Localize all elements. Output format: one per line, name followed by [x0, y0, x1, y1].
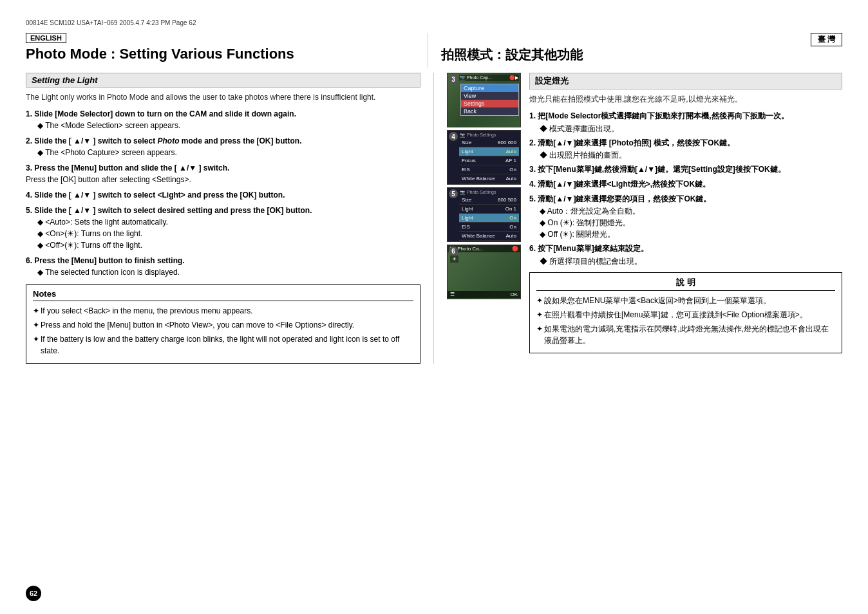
zh-step-1: 1. 把[Mode Selector模式選擇鍵向下扳動來打開本機,然後再向下扳動…	[529, 110, 842, 134]
notes-title-en: Notes	[33, 289, 413, 301]
zh-step-2: 2. 滑動[▲/▼]鍵來選擇 [Photo拍照] 模式，然後按下OK鍵。 出現照…	[529, 137, 842, 161]
note-zh-1: 說如果您在MENU菜單中選<Back返回>時會回到上一個菜單選項。	[536, 295, 835, 306]
screenshot-3: 3 📷 Photo Cap... 🔴▶ Capture	[447, 73, 521, 127]
zh-step-6: 6. 按下[Menu菜單]鍵來結束設定。 所選擇項目的標記會出現。	[529, 243, 842, 266]
section-header-zh: 設定燈光	[529, 73, 842, 89]
intro-text-zh: 燈光只能在拍照模式中使用,讓您在光線不足時,以燈光來補光。	[529, 93, 842, 105]
section-header-en: Setting the Light	[26, 73, 420, 88]
step-4: 4. Slide the [ ▲/▼ ] switch to select <L…	[26, 189, 420, 201]
right-column: 3 📷 Photo Cap... 🔴▶ Capture	[434, 73, 842, 364]
notes-title-zh: 說 明	[536, 277, 835, 291]
step-1: 1. Slide [Mode Selector] down to turn on…	[26, 108, 420, 131]
note-zh-3: 如果電池的電力減弱,充電指示在閃爍時,此時燈光無法操作,燈光的標記也不會出現在液…	[536, 323, 835, 346]
page-container: 00814E SCM102 USA+TAI~069 2005.4.7 4:23 …	[0, 0, 868, 614]
note-zh-2: 在照片觀看中持續按住[Menu菜單]鍵，您可直接跳到<File Option檔案…	[536, 309, 835, 321]
notes-box-en: Notes If you select <Back> in the menu, …	[26, 284, 420, 364]
steps-list-en: 1. Slide [Mode Selector] down to turn on…	[26, 108, 420, 278]
taiwan-badge: 臺 灣	[811, 33, 842, 46]
zh-steps-list: 1. 把[Mode Selector模式選擇鍵向下扳動來打開本機,然後再向下扳動…	[529, 110, 842, 266]
left-column: Setting the Light The Light only works i…	[26, 73, 434, 364]
zh-text-col: 設定燈光 燈光只能在拍照模式中使用,讓您在光線不足時,以燈光來補光。 1. 把[…	[529, 73, 842, 353]
notes-box-zh: 說 明 說如果您在MENU菜單中選<Back返回>時會回到上一個菜單選項。 在照…	[529, 272, 842, 353]
page-number: 62	[26, 586, 41, 601]
step-6: 6. Press the [Menu] button to finish set…	[26, 255, 420, 278]
note-en-3: If the battery is low and the battery ch…	[33, 333, 413, 357]
main-title-en: Photo Mode : Setting Various Functions	[26, 46, 428, 62]
intro-text-en: The Light only works in Photo Mode and a…	[26, 91, 420, 103]
zh-step-3: 3. 按下[Menu菜單]鍵,然後滑動[▲/▼]鍵。還完[Setting設定]後…	[529, 163, 842, 176]
screenshot-4: 4 📷 Photo Settings Size800 600 LightAuto…	[447, 130, 521, 185]
zh-step-5: 5. 滑動[▲/▼]鍵來選擇您要的項目，然後按下OK鍵。 Auto：燈光設定為全…	[529, 193, 842, 240]
step-2: 2. Slide the [ ▲/▼ ] switch to select Ph…	[26, 135, 420, 158]
screenshots-column: 3 📷 Photo Cap... 🔴▶ Capture	[447, 73, 524, 353]
file-info: 00814E SCM102 USA+TAI~069 2005.4.7 4:23 …	[26, 19, 842, 26]
english-badge: ENGLISH	[26, 33, 66, 43]
screenshot-5: 5 📷 Photo Settings Size800 500 LightOn 1…	[447, 187, 521, 242]
screenshot-6: 6 📷 Photo Ca... 🔴 ☀ ☰ OK	[447, 245, 521, 299]
main-title-zh: 拍照模式：設定其他功能	[441, 47, 843, 62]
note-en-1: If you select <Back> in the menu, the pr…	[33, 305, 413, 317]
zh-step-4: 4. 滑動[▲/▼]鍵來選擇<Light燈光>,然後按下OK鍵。	[529, 178, 842, 191]
note-en-2: Press and hold the [Menu] button in <Pho…	[33, 319, 413, 331]
step-5: 5. Slide the [ ▲/▼ ] switch to select de…	[26, 205, 420, 251]
step-3: 3. Press the [Menu] button and slide the…	[26, 162, 420, 185]
